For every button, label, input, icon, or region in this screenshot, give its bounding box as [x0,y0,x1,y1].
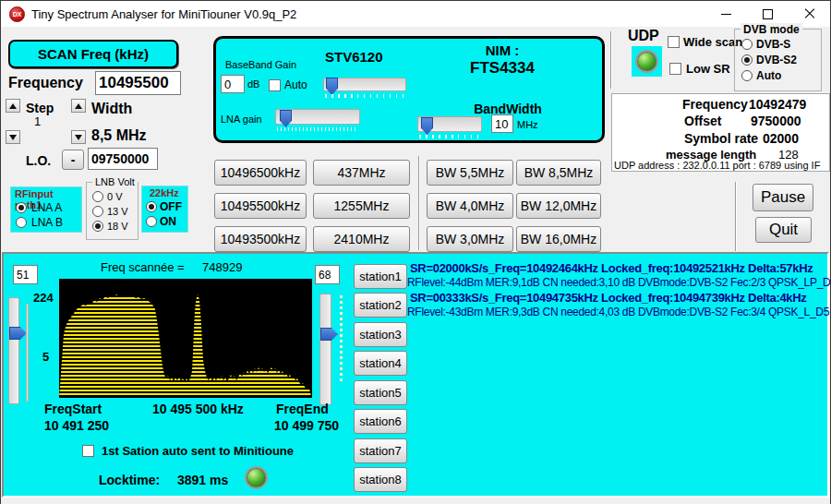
slider-thumb[interactable] [9,327,27,340]
preset-freq-button-2[interactable]: 10495500kHz [214,193,307,219]
title-bar: DX Tiny Spectrum Analyser for MiniTioune… [1,1,830,28]
bw-button-5-5[interactable]: BW 5,5MHz [427,160,513,186]
station-button-6[interactable]: station6 [354,409,407,434]
info-frequency-value: 10492479 [749,97,806,112]
radio-22khz-off[interactable]: OFF [146,200,182,213]
udp-led-icon [635,50,658,73]
arrow-up-icon [75,103,82,109]
freq-start-label: FreqStart [44,402,102,416]
checkbox-icon [269,79,281,91]
checkbox-icon [82,445,94,457]
bw-button-16-0[interactable]: BW 16,0MHz [516,226,601,252]
bandwidth-input[interactable] [491,114,513,133]
station-button-7[interactable]: station7 [354,438,407,463]
bw-button-3-0[interactable]: BW 3,0MHz [427,226,513,252]
lo-input[interactable] [88,148,158,170]
station-button-1[interactable]: station1 [354,264,407,289]
baseband-gain-slider[interactable] [323,78,406,91]
station-button-8[interactable]: station8 [354,467,407,492]
frequency-input[interactable] [95,71,181,95]
lo-label: L.O. [26,153,51,168]
radio-label: LNA B [31,216,63,229]
scan-freq-button[interactable]: SCAN Freq (kHz) [8,40,178,68]
radio-lna-a[interactable]: LNA A [16,201,62,214]
station-button-5[interactable]: station5 [354,380,407,405]
station-button-3[interactable]: station3 [354,322,407,347]
window-title: Tiny Spectrum Analyser for MiniTiouner V… [31,7,296,21]
radio-22khz-on[interactable]: ON [146,215,176,228]
level-bar [26,304,29,402]
bw-button-12-0[interactable]: BW 12,0MHz [516,193,601,219]
quit-button[interactable]: Quit [755,217,812,243]
db-unit-label: dB [247,78,259,90]
left-level-input[interactable] [13,265,38,284]
udp-label: UDP [628,28,659,44]
radio-label: DVB-S [756,38,790,51]
radio-dvb-auto[interactable]: Auto [741,69,781,82]
width-down-button[interactable] [71,130,86,144]
freq-end-value: 10 499 750 [274,418,339,433]
freq-center-value: 10 495 500 kHz [152,402,244,416]
preset-freq-button-1[interactable]: 10496500kHz [214,160,307,186]
checkbox-label: 1st Sation auto sent to Minitioune [102,444,294,458]
slider-ticks [277,127,358,131]
wide-scan-checkbox[interactable]: Wide scan [668,35,742,49]
bandwidth-slider[interactable] [417,116,482,132]
radio-18v[interactable]: 18 V [92,221,128,232]
radio-label: LNA A [31,201,62,214]
width-up-button[interactable] [71,99,86,113]
radio-dvb-s[interactable]: DVB-S [741,38,790,51]
right-gain-slider[interactable] [319,294,331,405]
baseband-gain-input[interactable] [221,75,245,93]
freq-end-label: FreqEnd [276,402,329,416]
slider-ticks [325,94,404,98]
checkbox-icon [668,36,680,48]
radio-dvb-s2[interactable]: DVB-S2 [741,54,797,66]
spectrum-display [59,279,312,398]
lna-gain-slider[interactable] [275,109,360,125]
bw-button-8-5[interactable]: BW 8,5MHz [516,160,601,186]
frequency-label: Frequency [8,75,83,91]
radio-label: DVB-S2 [756,54,797,66]
preset-band-button-437[interactable]: 437MHz [313,160,410,186]
slider-ticks [419,135,480,138]
step-value: 1 [34,114,41,128]
checkbox-label: Auto [284,78,307,91]
left-gain-slider[interactable] [8,297,19,404]
arrow-down-icon [75,135,82,140]
pause-button[interactable]: Pause [753,184,813,211]
slider-thumb[interactable] [421,117,433,135]
low-sr-checkbox[interactable]: Low SR [669,62,730,76]
scanline-overlay [59,279,312,398]
step-down-button[interactable] [6,130,20,144]
app-logo-icon: DX [9,6,25,22]
scanned-freq-value: 748929 [202,260,242,274]
bw-button-4-0[interactable]: BW 4,0MHz [427,193,513,219]
radio-icon [741,70,753,81]
radio-13v[interactable]: 13 V [92,206,128,217]
step-up-button[interactable] [6,99,20,113]
baseband-auto-checkbox[interactable]: Auto [269,78,307,91]
auto-send-checkbox[interactable]: 1st Sation auto sent to Minitioune [82,444,294,458]
udp-led-box [632,46,662,77]
lo-minus-button[interactable]: - [62,150,84,170]
station-button-2[interactable]: station2 [354,293,407,318]
lnb-volt-group: LNB Volt 0 V 13 V 18 V [86,182,138,240]
dvb-mode-group: DVB mode DVB-S DVB-S2 Auto [734,29,822,91]
radio-0v[interactable]: 0 V [92,191,123,202]
preset-freq-button-3[interactable]: 10493500kHz [214,226,307,252]
width-value: 8,5 MHz [91,127,147,144]
radio-icon [16,217,27,228]
slider-thumb[interactable] [280,110,292,127]
preset-band-button-1255[interactable]: 1255MHz [313,193,410,219]
separator [418,156,420,250]
lnb-volt-title: LNB Volt [92,176,138,187]
right-level-input[interactable] [315,265,340,284]
preset-band-button-2410[interactable]: 2410MHz [313,226,410,252]
slider-thumb[interactable] [320,328,338,341]
radio-lna-b[interactable]: LNA B [16,216,63,229]
station-button-4[interactable]: station4 [354,351,407,376]
status-line-2: RFlevel:-44dBm MER:9,1dB CN needed:3,10 … [407,276,831,289]
slider-thumb[interactable] [326,78,338,95]
info-symbol-rate-label: Symbol rate [684,131,758,146]
